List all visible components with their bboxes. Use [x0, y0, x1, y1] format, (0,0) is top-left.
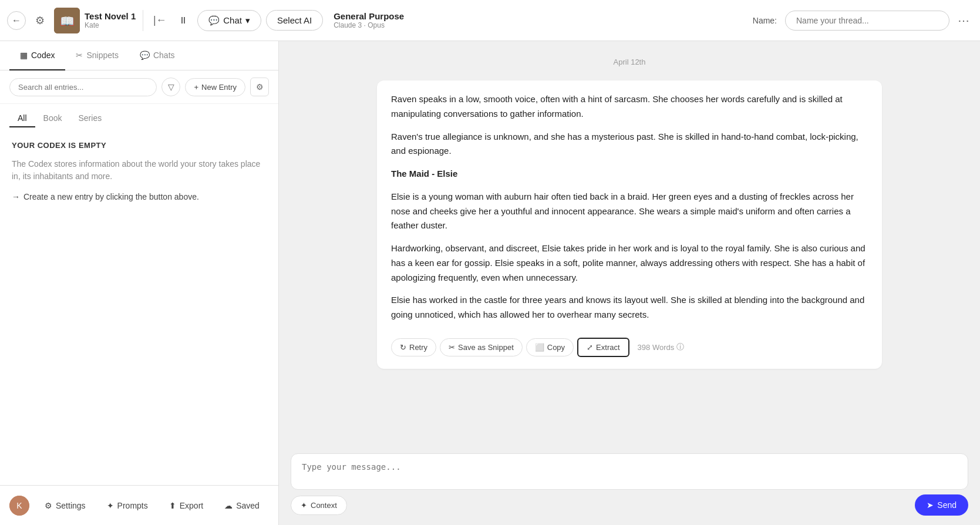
- sidebar-tab-chats-label: Chats: [153, 51, 175, 60]
- project-title: Test Novel 1: [85, 11, 136, 21]
- retry-button[interactable]: ↻ Retry: [391, 338, 436, 356]
- sidebar: ▦ Codex ✂ Snippets 💬 Chats ▽ + New Entry: [0, 41, 279, 525]
- copy-button[interactable]: ⬜ Copy: [526, 338, 574, 356]
- context-icon: ✦: [301, 501, 307, 510]
- sidebar-spacer: [0, 216, 278, 485]
- saved-label: Saved: [236, 501, 260, 510]
- msg-para-4: Hardworking, observant, and discreet, El…: [391, 241, 868, 285]
- save-snippet-label: Save as Snippet: [458, 343, 514, 352]
- empty-link-arrow: →: [12, 192, 20, 201]
- sidebar-tabs: ▦ Codex ✂ Snippets 💬 Chats: [0, 41, 278, 70]
- top-header: ← ⚙ 📖 Test Novel 1 Kate |← ⏸ 💬 Chat ▾ Se…: [0, 0, 980, 41]
- extract-icon: ⤢: [587, 343, 593, 352]
- msg-para-1: Raven speaks in a low, smooth voice, oft…: [391, 92, 868, 122]
- message-bubble: Raven speaks in a low, smooth voice, oft…: [377, 80, 882, 369]
- prompts-label: Prompts: [117, 501, 148, 510]
- empty-codex: YOUR CODEX IS EMPTY The Codex stores inf…: [0, 127, 278, 216]
- settings-bottom-button[interactable]: ⚙ Settings: [39, 497, 92, 514]
- select-ai-button[interactable]: Select AI: [266, 10, 323, 31]
- chat-button[interactable]: 💬 Chat ▾: [197, 10, 261, 31]
- snippets-icon: ✂: [76, 51, 83, 60]
- chats-icon: 💬: [140, 51, 150, 60]
- send-button[interactable]: ➤ Send: [915, 494, 968, 516]
- name-label: Name:: [753, 16, 777, 25]
- msg-heading: The Maid - Elsie: [391, 167, 868, 181]
- prompts-button[interactable]: ✦ Prompts: [101, 497, 154, 514]
- new-entry-label: New Entry: [201, 83, 237, 92]
- export-button[interactable]: ⬆ Export: [163, 497, 209, 514]
- sidebar-tab-codex[interactable]: ▦ Codex: [9, 41, 65, 70]
- codex-icon: ▦: [20, 51, 28, 60]
- filter-tabs: All Book Series: [0, 104, 278, 127]
- thread-name-input[interactable]: [785, 11, 949, 31]
- more-icon: ⋯: [958, 14, 969, 28]
- project-info: Test Novel 1 Kate: [85, 11, 136, 29]
- chat-icon: 💬: [208, 15, 220, 26]
- msg-para-3: Elsie is a young woman with auburn hair …: [391, 190, 868, 233]
- extract-label: Extract: [596, 343, 619, 352]
- collapse-icon: |←: [153, 14, 167, 26]
- saved-icon: ☁: [224, 501, 233, 510]
- chat-chevron-icon: ▾: [245, 15, 250, 26]
- filter-tab-all[interactable]: All: [9, 110, 35, 127]
- message-input[interactable]: [291, 453, 968, 490]
- user-avatar[interactable]: K: [9, 496, 29, 516]
- project-subtitle: Kate: [85, 21, 136, 29]
- prompts-icon: ✦: [107, 501, 114, 510]
- chat-label: Chat: [223, 15, 242, 25]
- copy-label: Copy: [547, 343, 565, 352]
- search-bar: ▽ + New Entry ⚙: [0, 70, 278, 104]
- new-entry-plus-icon: +: [194, 83, 198, 92]
- select-ai-label: Select AI: [277, 15, 312, 25]
- pause-button[interactable]: ⏸: [174, 11, 193, 30]
- codex-settings-icon: ⚙: [256, 82, 264, 92]
- empty-codex-link[interactable]: → Create a new entry by clicking the but…: [12, 192, 267, 201]
- retry-label: Retry: [409, 343, 427, 352]
- send-label: Send: [937, 500, 957, 510]
- context-label: Context: [311, 501, 337, 510]
- back-icon: ←: [12, 15, 21, 26]
- send-icon: ➤: [927, 500, 934, 510]
- filter-tab-series[interactable]: Series: [70, 110, 110, 127]
- svg-text:📖: 📖: [60, 14, 75, 28]
- sidebar-tab-chats[interactable]: 💬 Chats: [129, 41, 186, 70]
- back-button[interactable]: ←: [7, 11, 26, 30]
- word-count-info-icon: ⓘ: [676, 342, 684, 352]
- sidebar-tab-snippets[interactable]: ✂ Snippets: [65, 41, 129, 70]
- save-snippet-icon: ✂: [449, 343, 455, 352]
- chat-messages: April 12th Raven speaks in a low, smooth…: [279, 41, 980, 446]
- empty-link-text: Create a new entry by clicking the butto…: [23, 192, 199, 201]
- msg-para-5: Elsie has worked in the castle for three…: [391, 293, 868, 322]
- bottom-bar: K ⚙ Settings ✦ Prompts ⬆ Export ☁ Saved: [0, 485, 278, 525]
- filter-tab-book[interactable]: Book: [35, 110, 70, 127]
- save-snippet-button[interactable]: ✂ Save as Snippet: [440, 338, 523, 356]
- message-text: Raven speaks in a low, smooth voice, oft…: [391, 92, 868, 322]
- sidebar-tab-snippets-label: Snippets: [86, 51, 118, 60]
- settings-bottom-label: Settings: [56, 501, 86, 510]
- context-button[interactable]: ✦ Context: [291, 496, 347, 515]
- search-input[interactable]: [9, 78, 157, 96]
- codex-settings-button[interactable]: ⚙: [250, 78, 269, 96]
- ai-info: General Purpose Claude 3 · Opus: [334, 11, 404, 29]
- new-entry-button[interactable]: + New Entry: [185, 78, 245, 96]
- project-avatar: 📖: [54, 8, 80, 33]
- filter-icon: ▽: [168, 82, 174, 92]
- copy-icon: ⬜: [535, 343, 544, 352]
- date-divider: April 12th: [291, 58, 968, 66]
- word-count-value: 398 Words: [638, 343, 675, 352]
- pause-icon: ⏸: [179, 15, 188, 26]
- filter-button[interactable]: ▽: [161, 78, 180, 96]
- msg-para-2: Raven's true allegiance is unknown, and …: [391, 130, 868, 159]
- message-input-area: ✦ Context ➤ Send: [279, 446, 980, 525]
- ai-model: Claude 3 · Opus: [334, 21, 404, 29]
- export-label: Export: [180, 501, 203, 510]
- saved-button[interactable]: ☁ Saved: [218, 497, 265, 514]
- main-layout: ▦ Codex ✂ Snippets 💬 Chats ▽ + New Entry: [0, 41, 980, 525]
- more-options-button[interactable]: ⋯: [954, 11, 973, 30]
- empty-codex-desc: The Codex stores information about the w…: [12, 158, 267, 183]
- header-settings-button[interactable]: ⚙: [31, 11, 49, 30]
- settings-icon: ⚙: [35, 14, 45, 27]
- svg-text:K: K: [16, 501, 22, 510]
- extract-button[interactable]: ⤢ Extract: [577, 338, 629, 357]
- collapse-button[interactable]: |←: [150, 11, 169, 30]
